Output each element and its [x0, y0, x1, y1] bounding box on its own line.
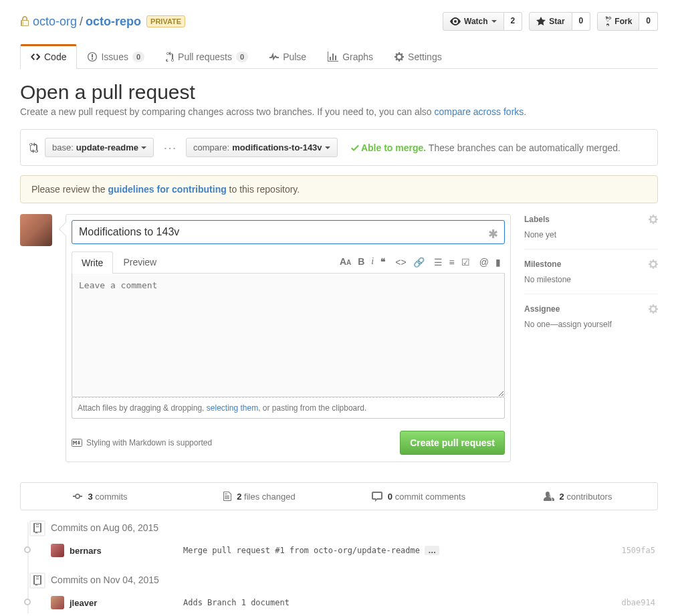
watch-count[interactable]: 2	[504, 12, 523, 31]
fork-count[interactable]: 0	[639, 12, 658, 31]
privacy-badge: Private	[146, 15, 185, 27]
write-tab[interactable]: Write	[72, 251, 113, 274]
commit-message[interactable]: Adds Branch 1 document	[183, 598, 621, 607]
quote-icon[interactable]: ❝	[380, 256, 386, 268]
star-count[interactable]: 0	[572, 12, 591, 31]
contributing-guidelines-link[interactable]: guidelines for contributing	[108, 184, 226, 195]
dropdown-caret-icon	[491, 20, 497, 23]
timeline-dot-icon	[24, 546, 31, 553]
dropdown-caret-icon	[141, 146, 146, 149]
repo-owner-link[interactable]: octo-org	[33, 15, 77, 29]
tab-pull-requests[interactable]: Pull requests 0	[155, 44, 259, 69]
base-value: update-readme	[76, 142, 138, 152]
repo-nav: Code Issues 0 Pull requests 0 Pulse Grap…	[20, 44, 658, 69]
commit-sha[interactable]: dbae914	[621, 598, 658, 607]
repo-header: octo-org / octo-repo Private Watch 2 Sta…	[20, 12, 658, 31]
commit-sha[interactable]: 1509fa5	[621, 546, 658, 555]
commit-row[interactable]: bernars Merge pull request #1 from octo-…	[28, 540, 658, 561]
compare-bar: base: update-readme ⋯ compare: modificat…	[20, 129, 658, 166]
italic-icon[interactable]: i	[371, 256, 374, 268]
markdown-toolbar: AA B i ❝ <> 🔗 ☰ ≡ ☑	[340, 256, 505, 268]
mention-icon[interactable]: @	[479, 257, 489, 268]
page-subtitle: Create a new pull request by comparing c…	[20, 106, 658, 117]
stat-commits[interactable]: 3 commits	[21, 483, 180, 510]
contributors-label: contributors	[566, 492, 612, 502]
gear-icon[interactable]	[649, 214, 658, 225]
tab-code-label: Code	[44, 52, 66, 62]
pr-title-input[interactable]	[72, 220, 505, 244]
compare-value: modifications-to-143v	[232, 142, 322, 152]
pulls-count: 0	[236, 52, 248, 62]
issue-icon	[88, 52, 97, 62]
repo-name-link[interactable]: octo-repo	[86, 15, 141, 29]
stats-bar: 3 commits 2 files changed 0 commit comme…	[20, 482, 658, 510]
repo-actions: Watch 2 Star 0 Fork 0	[443, 12, 658, 31]
base-label: base:	[52, 142, 74, 152]
ol-icon[interactable]: ≡	[449, 257, 455, 268]
commits-count: 3	[88, 492, 92, 502]
assignee-heading: Assignee	[524, 304, 560, 314]
text-size-icon[interactable]: AA	[340, 256, 351, 268]
slash-separator: /	[80, 15, 83, 29]
milestone-value: No milestone	[524, 275, 658, 284]
link-icon[interactable]: 🔗	[413, 257, 425, 268]
issues-count: 0	[132, 52, 144, 62]
bold-icon[interactable]: B	[358, 256, 364, 268]
commit-author[interactable]: bernars	[70, 546, 183, 556]
comment-icon	[372, 491, 382, 502]
base-branch-select[interactable]: base: update-readme	[45, 138, 154, 157]
stat-contributors[interactable]: 2 contributors	[498, 483, 657, 510]
comments-count: 0	[388, 492, 392, 502]
files-label: files changed	[244, 492, 296, 502]
form-footer: Styling with Markdown is supported Creat…	[66, 424, 510, 461]
preview-tab[interactable]: Preview	[113, 251, 166, 273]
commit-message-text: Merge pull request #1 from octo-org/upda…	[183, 546, 420, 555]
fork-button[interactable]: Fork	[597, 12, 639, 31]
gear-icon[interactable]	[649, 304, 658, 314]
watch-label: Watch	[464, 17, 488, 26]
avatar	[20, 214, 52, 246]
people-icon	[544, 491, 554, 502]
compare-across-forks-link[interactable]: compare across forks	[434, 106, 524, 117]
star-label: Star	[549, 17, 564, 26]
timeline-dot-icon	[24, 599, 31, 605]
labels-value: None yet	[524, 230, 658, 239]
tab-settings[interactable]: Settings	[384, 44, 453, 69]
banner-text-post: to this repository.	[227, 184, 300, 195]
commit-date-text: Commits on Aug 06, 2015	[51, 522, 158, 533]
stat-files[interactable]: 2 files changed	[180, 483, 339, 510]
pulse-icon	[269, 52, 279, 62]
banner-text-pre: Please review the	[31, 184, 108, 195]
tasklist-icon[interactable]: ☑	[461, 257, 470, 268]
tab-graphs-label: Graphs	[342, 52, 373, 62]
assignee-section: Assignee No one—assign yourself	[524, 304, 658, 338]
expand-commit-button[interactable]: …	[425, 546, 439, 555]
commit-message[interactable]: Merge pull request #1 from octo-org/upda…	[183, 546, 621, 555]
tab-graphs[interactable]: Graphs	[317, 44, 384, 69]
stat-comments[interactable]: 0 commit comments	[339, 483, 498, 510]
gear-icon[interactable]	[649, 259, 658, 270]
tab-pulse[interactable]: Pulse	[259, 44, 317, 69]
merge-status-ok: Able to merge.	[361, 142, 426, 153]
tab-code[interactable]: Code	[20, 44, 77, 69]
star-button[interactable]: Star	[529, 12, 572, 31]
ul-icon[interactable]: ☰	[434, 257, 443, 268]
compare-branch-select[interactable]: compare: modifications-to-143v	[186, 138, 338, 157]
tab-issues[interactable]: Issues 0	[77, 44, 155, 69]
select-files-link[interactable]: selecting them	[207, 403, 258, 413]
dropdown-caret-icon	[325, 146, 330, 149]
commit-date-heading: Commits on Aug 06, 2015	[51, 522, 658, 533]
watch-button[interactable]: Watch	[443, 12, 504, 31]
code-icon[interactable]: <>	[395, 257, 406, 268]
assignee-value[interactable]: No one—assign yourself	[524, 320, 658, 329]
pr-comment-textarea[interactable]	[72, 274, 505, 397]
lock-icon	[20, 16, 29, 27]
commit-row[interactable]: jleaver Adds Branch 1 document dbae914	[28, 592, 658, 613]
create-pr-button[interactable]: Create pull request	[400, 431, 505, 455]
commit-date-text: Commits on Nov 04, 2015	[51, 575, 159, 585]
merge-status-rest: These branches can be automatically merg…	[429, 142, 620, 153]
bookmark-icon[interactable]: ▮	[495, 257, 501, 268]
contributors-count: 2	[560, 492, 564, 502]
commit-icon	[73, 491, 82, 502]
commit-author[interactable]: jleaver	[70, 598, 183, 608]
